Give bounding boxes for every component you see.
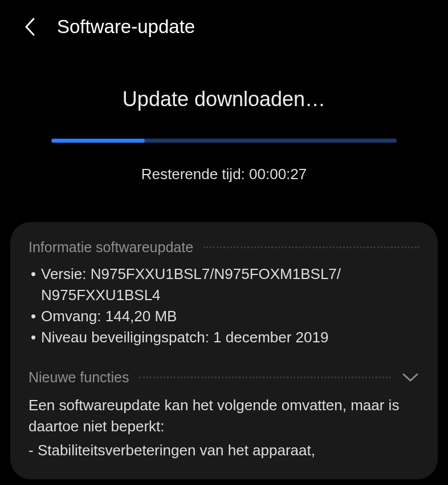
remaining-time: Resterende tijd: 00:00:27 bbox=[51, 165, 397, 183]
info-size: Omvang: 144,20 MB bbox=[31, 306, 420, 327]
info-patch: Niveau beveiligingspatch: 1 december 201… bbox=[31, 327, 420, 348]
info-card: Informatie softwareupdate Versie: N975FX… bbox=[10, 222, 438, 479]
header-bar: Software-update bbox=[0, 0, 448, 50]
progress-section: Update downloaden… Resterende tijd: 00:0… bbox=[0, 50, 448, 183]
info-list: Versie: N975FXXU1BSL7/N975FOXM1BSL7/ N97… bbox=[28, 264, 420, 348]
info-section-label: Informatie softwareupdate bbox=[28, 239, 193, 256]
features-intro: Een softwareupdate kan het volgende omva… bbox=[28, 395, 420, 437]
page-title: Software-update bbox=[57, 16, 195, 38]
info-version: Versie: N975FXXU1BSL7/N975FOXM1BSL7/ N97… bbox=[31, 264, 420, 306]
back-icon[interactable] bbox=[21, 18, 39, 36]
progress-bar-fill bbox=[51, 139, 145, 143]
features-section-header[interactable]: Nieuwe functies bbox=[28, 369, 420, 387]
progress-title: Update downloaden… bbox=[51, 87, 397, 111]
features-item: - Stabiliteitsverbeteringen van het appa… bbox=[28, 440, 420, 461]
info-section-header: Informatie softwareupdate bbox=[28, 239, 420, 256]
dotted-divider bbox=[203, 246, 420, 248]
progress-bar bbox=[51, 139, 397, 143]
dotted-divider bbox=[139, 377, 391, 378]
features-section: Nieuwe functies Een softwareupdate kan h… bbox=[28, 369, 420, 462]
chevron-down-icon[interactable] bbox=[401, 369, 420, 387]
features-section-label: Nieuwe functies bbox=[28, 369, 129, 386]
